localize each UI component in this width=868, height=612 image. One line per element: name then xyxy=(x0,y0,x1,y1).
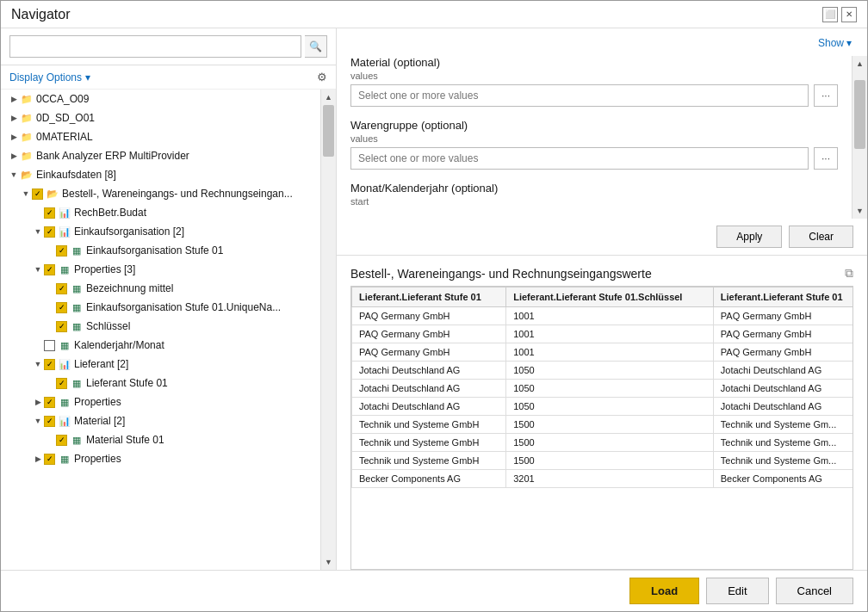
tree-item[interactable]: ✓ ▦ Einkaufsorganisation Stufe 01.Unique… xyxy=(1,298,320,317)
tree-item[interactable]: ▼ ✓ 📊 Material [2] xyxy=(1,411,320,430)
tree-item[interactable]: ▼ 📂 Einkaufsdaten [8] xyxy=(1,165,320,184)
right-scroll-thumb[interactable] xyxy=(854,80,865,149)
tree-toggle-icon: ▶ xyxy=(32,453,44,465)
tree-item[interactable]: ▶ ✓ ▦ Properties xyxy=(1,449,320,468)
col-header-2: Lieferant.Lieferant Stufe 01.Schlüssel xyxy=(506,287,714,307)
tree-item[interactable]: ▼ ✓ 📊 Einkaufsorganisation [2] xyxy=(1,222,320,241)
tree-item[interactable]: ✓ ▦ Bezeichnung mittel xyxy=(1,279,320,298)
show-button[interactable]: Show ▾ xyxy=(818,37,852,49)
table-row[interactable]: Jotachi Deutschland AG1050Jotachi Deutsc… xyxy=(352,362,853,380)
warengruppe-filter-label: Warengruppe (optional) xyxy=(350,119,838,132)
tree-checkbox[interactable]: ✓ xyxy=(44,416,55,427)
table-scroll[interactable]: Lieferant.Lieferant Stufe 01 Lieferant.L… xyxy=(351,287,852,569)
tree-checkbox[interactable]: ✓ xyxy=(32,189,43,200)
tree-checkbox[interactable]: ✓ xyxy=(56,378,67,389)
table-row[interactable]: PAQ Germany GmbH1001PAQ Germany GmbH xyxy=(352,307,853,325)
tree-inner: ▶ 📁 0CCA_O09 ▶ 📁 0D_SD_O01 ▶ 📁 0MAT xyxy=(1,90,320,570)
tree-item[interactable]: ▼ ✓ 📊 Lieferant [2] xyxy=(1,355,320,374)
tree-toggle-icon: ▶ xyxy=(8,93,20,105)
table-cell: 1001 xyxy=(506,343,714,362)
export-icon[interactable]: ⧉ xyxy=(845,266,853,281)
settings-icon[interactable]: ⚙ xyxy=(317,71,327,83)
tree-item[interactable]: ▶ ✓ ▦ Properties xyxy=(1,393,320,411)
tree-item-label: Bezeichnung mittel xyxy=(86,282,173,294)
load-button[interactable]: Load xyxy=(629,578,699,604)
table-cell: PAQ Germany GmbH xyxy=(352,325,506,343)
table-row[interactable]: Becker Components AG3201Becker Component… xyxy=(352,470,853,488)
scroll-up-arrow[interactable]: ▲ xyxy=(321,90,337,105)
table-cell: Technik und Systeme GmbH xyxy=(352,452,506,470)
tree-item[interactable]: ✓ ▦ Einkaufsorganisation Stufe 01 xyxy=(1,241,320,260)
tree-item[interactable]: ✓ 📊 RechBetr.Budat xyxy=(1,203,320,222)
right-scroll-track xyxy=(852,71,867,203)
right-scroll-up[interactable]: ▲ xyxy=(852,56,868,71)
tree-item-label: 0MATERIAL xyxy=(36,131,93,143)
table-row[interactable]: Jotachi Deutschland AG1050Jotachi Deutsc… xyxy=(352,380,853,398)
tree-checkbox[interactable]: ✓ xyxy=(56,283,67,294)
tree-checkbox[interactable]: ✓ xyxy=(56,321,67,332)
warengruppe-more-button[interactable]: ··· xyxy=(814,147,838,170)
apply-button[interactable]: Apply xyxy=(716,226,782,248)
monat-filter-label: Monat/Kalenderjahr (optional) xyxy=(350,182,838,195)
tree-item[interactable]: ▼ ✓ 📂 Bestell-, Wareneingangs- und Rechn… xyxy=(1,184,320,203)
search-input[interactable] xyxy=(9,35,301,58)
restore-button[interactable]: ⬜ xyxy=(822,7,838,22)
table-cell: Jotachi Deutschland AG xyxy=(713,362,852,380)
tree-item-label: Bestell-, Wareneingangs- und Rechnungsei… xyxy=(62,188,293,200)
monat-filter-sublabel: start xyxy=(350,196,838,207)
tree-checkbox[interactable]: ✓ xyxy=(56,302,67,313)
data-table-header: Bestell-, Wareneingangs- und Rechnungsei… xyxy=(337,263,867,286)
tree-toggle-icon xyxy=(44,282,56,294)
tree-item[interactable]: ✓ ▦ Lieferant Stufe 01 xyxy=(1,374,320,393)
search-icon[interactable]: 🔍 xyxy=(305,35,327,58)
tree-item[interactable]: ▶ 📁 0CCA_O09 xyxy=(1,90,320,108)
tree-item[interactable]: ▶ 📁 0D_SD_O01 xyxy=(1,108,320,127)
tree-checkbox[interactable] xyxy=(44,340,55,351)
folder-open-icon: 📂 xyxy=(20,168,34,182)
tree-item[interactable]: ▶ 📁 Bank Analyzer ERP MultiProvider xyxy=(1,146,320,165)
table-row[interactable]: Technik und Systeme GmbH1500Technik und … xyxy=(352,434,853,452)
warengruppe-filter-row: ··· xyxy=(350,147,838,170)
material-filter-sublabel: values xyxy=(350,71,838,81)
table-icon: ▦ xyxy=(70,281,84,295)
tree-checkbox[interactable]: ✓ xyxy=(44,264,55,275)
tree-item[interactable]: ▼ ✓ ▦ Properties [3] xyxy=(1,260,320,279)
tree-item[interactable]: ✓ ▦ Schlüssel xyxy=(1,317,320,336)
clear-button[interactable]: Clear xyxy=(789,226,853,248)
table-row[interactable]: PAQ Germany GmbH1001PAQ Germany GmbH xyxy=(352,325,853,343)
folder-icon: 📁 xyxy=(20,111,34,125)
table-row[interactable]: Technik und Systeme GmbH1500Technik und … xyxy=(352,416,853,434)
scroll-down-arrow[interactable]: ▼ xyxy=(321,554,337,570)
edit-button[interactable]: Edit xyxy=(706,578,768,604)
tree-item[interactable]: ✓ ▦ Material Stufe 01 xyxy=(1,430,320,449)
tree-checkbox[interactable]: ✓ xyxy=(44,397,55,408)
tree-checkbox[interactable]: ✓ xyxy=(44,359,55,370)
material-filter-input[interactable] xyxy=(350,84,809,107)
tree-toggle-icon xyxy=(44,377,56,389)
tree-checkbox[interactable]: ✓ xyxy=(56,245,67,257)
scroll-thumb[interactable] xyxy=(323,105,334,157)
display-options-button[interactable]: Display Options ▾ xyxy=(9,71,90,83)
tree-item[interactable]: ▶ 📁 0MATERIAL xyxy=(1,127,320,146)
table-cell: Jotachi Deutschland AG xyxy=(713,380,852,398)
warengruppe-filter-input[interactable] xyxy=(350,147,809,170)
close-button[interactable]: ✕ xyxy=(841,7,857,22)
table-row[interactable]: PAQ Germany GmbH1001PAQ Germany GmbH xyxy=(352,343,853,362)
show-dropdown-arrow: ▾ xyxy=(846,37,852,49)
tree-checkbox[interactable]: ✓ xyxy=(56,435,67,446)
table-row[interactable]: Technik und Systeme GmbH1500Technik und … xyxy=(352,452,853,470)
material-more-button[interactable]: ··· xyxy=(814,84,838,107)
tree-scrollbar: ▲ ▼ xyxy=(320,90,336,570)
tree-checkbox[interactable]: ✓ xyxy=(44,454,55,465)
table-cell: Technik und Systeme GmbH xyxy=(352,434,506,452)
tree-checkbox[interactable]: ✓ xyxy=(44,207,55,219)
table-row[interactable]: Jotachi Deutschland AG1050Jotachi Deutsc… xyxy=(352,398,853,416)
table-icon: ▦ xyxy=(58,452,71,466)
table-cell: 1001 xyxy=(506,325,714,343)
tree-item-label: Einkaufsdaten [8] xyxy=(36,169,116,181)
right-scroll-down[interactable]: ▼ xyxy=(852,203,868,219)
tree-checkbox[interactable]: ✓ xyxy=(44,226,55,238)
tree-item-label: 0D_SD_O01 xyxy=(36,112,95,124)
cancel-button[interactable]: Cancel xyxy=(776,578,853,604)
tree-item[interactable]: ▦ Kalenderjahr/Monat xyxy=(1,336,320,355)
